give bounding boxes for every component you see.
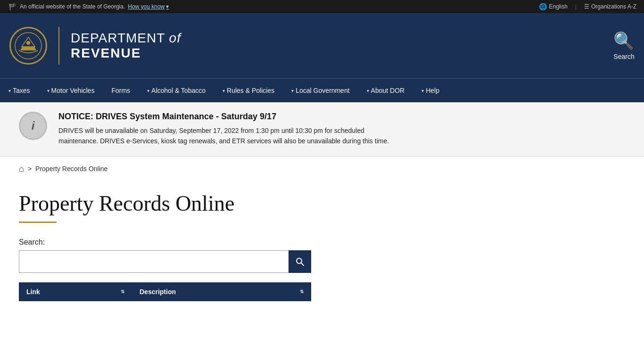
chevron-icon: ▾ — [147, 88, 149, 93]
column-header-link[interactable]: Link ⇅ — [19, 282, 132, 301]
header-divider — [58, 27, 59, 65]
list-icon: ☰ — [584, 3, 589, 10]
search-icon: 🔍 — [613, 31, 635, 51]
nav-link-alcohol-tobacco[interactable]: ▾ Alcohol & Tobacco — [139, 79, 214, 102]
dept-label: DEPARTMENT of — [71, 31, 181, 46]
home-icon[interactable]: ⌂ — [19, 164, 24, 174]
nav-item-help: ▾ Help — [413, 79, 448, 102]
search-button[interactable] — [289, 250, 311, 273]
nav-item-local-government: ▾ Local Government — [283, 79, 358, 102]
search-input[interactable] — [19, 250, 289, 273]
english-link[interactable]: 🌐 English — [539, 3, 567, 10]
table-header: Link ⇅ Description ⇅ — [19, 282, 311, 301]
notice-title: NOTICE: DRIVES System Maintenance - Satu… — [58, 112, 398, 122]
nav-item-rules-policies: ▾ Rules & Policies — [214, 79, 283, 102]
chevron-icon: ▾ — [421, 88, 424, 93]
main-content: Property Records Online Search: Link ⇅ D… — [0, 181, 644, 329]
nav-list: ▾ Taxes ▾ Motor Vehicles Forms ▾ Alcohol… — [0, 79, 644, 102]
notice-icon: i — [19, 112, 47, 140]
chevron-icon: ▾ — [367, 88, 369, 93]
logo-area: DEPARTMENT of REVENUE — [9, 27, 181, 65]
nav-link-rules-policies[interactable]: ▾ Rules & Policies — [214, 79, 283, 102]
logo-circle — [9, 27, 47, 65]
georgia-flag: 🏴 — [8, 3, 17, 10]
org-az-link[interactable]: ☰ Organizations A-Z — [584, 3, 636, 10]
top-bar-right: 🌐 English | ☰ Organizations A-Z — [539, 3, 636, 10]
sort-icon-desc: ⇅ — [300, 289, 304, 294]
title-underline — [19, 222, 57, 223]
notice-body: DRIVES will be unavailable on Saturday, … — [58, 125, 398, 147]
nav-link-taxes[interactable]: ▾ Taxes — [0, 79, 39, 102]
main-nav: ▾ Taxes ▾ Motor Vehicles Forms ▾ Alcohol… — [0, 78, 644, 102]
chevron-icon: ▾ — [291, 88, 294, 93]
sort-icon-link: ⇅ — [121, 289, 124, 294]
column-header-description[interactable]: Description ⇅ — [132, 282, 311, 301]
svg-line-5 — [301, 263, 304, 265]
chevron-icon: ▾ — [8, 88, 11, 93]
top-bar-left: 🏴 An official website of the State of Ge… — [8, 3, 169, 10]
chevron-down-icon: ▾ — [166, 3, 169, 10]
search-icon — [295, 257, 305, 266]
nav-item-taxes: ▾ Taxes — [0, 79, 39, 102]
nav-link-motor-vehicles[interactable]: ▾ Motor Vehicles — [39, 79, 103, 102]
page-title: Property Records Online — [19, 191, 625, 216]
svg-point-3 — [26, 41, 30, 45]
divider: | — [575, 3, 577, 10]
nav-item-alcohol-tobacco: ▾ Alcohol & Tobacco — [139, 79, 214, 102]
breadcrumb: ⌂ > Property Records Online — [0, 156, 644, 181]
svg-rect-1 — [21, 49, 36, 50]
globe-icon: 🌐 — [539, 3, 547, 10]
header-title: DEPARTMENT of REVENUE — [71, 31, 181, 61]
nav-item-forms: Forms — [103, 79, 139, 102]
chevron-icon: ▾ — [47, 88, 50, 93]
header: DEPARTMENT of REVENUE 🔍 Search — [0, 13, 644, 78]
search-row — [19, 250, 311, 273]
nav-link-forms[interactable]: Forms — [103, 79, 139, 102]
breadcrumb-separator: > — [28, 165, 32, 173]
logo-svg — [14, 32, 42, 60]
nav-item-motor-vehicles: ▾ Motor Vehicles — [39, 79, 103, 102]
nav-link-about-dor[interactable]: ▾ About DOR — [358, 79, 413, 102]
breadcrumb-current: Property Records Online — [35, 165, 107, 173]
svg-point-0 — [15, 33, 41, 59]
official-text: An official website of the State of Geor… — [20, 3, 125, 10]
nav-link-help[interactable]: ▾ Help — [413, 79, 448, 102]
search-label: Search: — [19, 238, 625, 247]
notice-content: NOTICE: DRIVES System Maintenance - Satu… — [58, 112, 398, 147]
top-bar: 🏴 An official website of the State of Ge… — [0, 0, 644, 13]
chevron-icon: ▾ — [223, 88, 225, 93]
revenue-label: REVENUE — [71, 46, 181, 61]
nav-link-local-government[interactable]: ▾ Local Government — [283, 79, 358, 102]
notice-bar: i NOTICE: DRIVES System Maintenance - Sa… — [0, 102, 644, 156]
how-you-know-link[interactable]: How you know ▾ — [128, 3, 169, 10]
nav-item-about-dor: ▾ About DOR — [358, 79, 413, 102]
header-search[interactable]: 🔍 Search — [613, 31, 635, 60]
search-label: Search — [613, 53, 634, 60]
